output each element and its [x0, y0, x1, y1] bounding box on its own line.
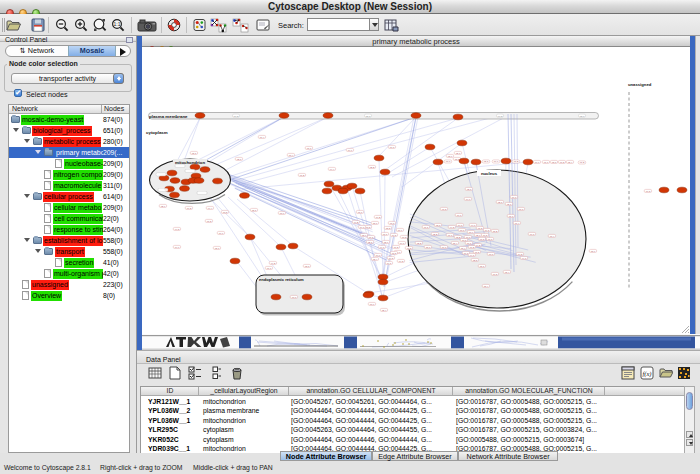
svg-text:x2-9: x2-9	[161, 205, 166, 208]
svg-text:x4-1: x4-1	[470, 254, 475, 257]
svg-text:x5-4: x5-4	[461, 247, 466, 250]
svg-text:x1-7: x1-7	[544, 161, 549, 164]
svg-text:x3-1: x3-1	[484, 160, 489, 163]
svg-text:x2-8: x2-8	[498, 201, 503, 204]
svg-text:x9-5: x9-5	[234, 115, 239, 118]
svg-text:x4-5: x4-5	[175, 228, 180, 231]
svg-text:x7-2: x7-2	[300, 174, 305, 177]
svg-text:x3-9: x3-9	[384, 241, 389, 244]
svg-text:x3-4: x3-4	[373, 258, 378, 261]
svg-text:x1-2: x1-2	[580, 161, 585, 164]
svg-text:x8-9: x8-9	[280, 212, 285, 215]
svg-text:x2-1: x2-1	[368, 241, 373, 244]
svg-text:x7-1: x7-1	[369, 236, 374, 239]
svg-text:x1-8: x1-8	[390, 222, 395, 225]
svg-text:x7-1: x7-1	[424, 226, 429, 229]
svg-text:x6-8: x6-8	[466, 236, 471, 239]
svg-text:x1-5: x1-5	[480, 238, 485, 241]
svg-text:x2-5: x2-5	[473, 259, 478, 262]
svg-text:x3-1: x3-1	[252, 209, 257, 212]
svg-text:x6-2: x6-2	[470, 246, 475, 249]
svg-text:x9-2: x9-2	[376, 216, 381, 219]
svg-text:x8-5: x8-5	[223, 211, 228, 214]
svg-text:x5-4: x5-4	[484, 285, 489, 288]
svg-text:x5-9: x5-9	[591, 250, 596, 253]
svg-text:x3-8: x3-8	[552, 161, 557, 164]
svg-text:x6-3: x6-3	[394, 246, 399, 249]
svg-text:x6-9: x6-9	[219, 232, 224, 235]
svg-text:x2-2: x2-2	[433, 233, 438, 236]
svg-text:nucleus: nucleus	[481, 171, 498, 176]
svg-text:x7-5: x7-5	[392, 252, 397, 255]
svg-text:x1-7: x1-7	[509, 215, 514, 218]
svg-text:x6-9: x6-9	[398, 229, 403, 232]
svg-text:x7-5: x7-5	[366, 226, 371, 229]
svg-text:x8-9: x8-9	[469, 231, 474, 234]
svg-text:x5-6: x5-6	[373, 222, 378, 225]
svg-text:x9-1: x9-1	[387, 262, 392, 265]
svg-text:endoplasmic reticulum: endoplasmic reticulum	[259, 277, 304, 282]
svg-text:x5-7: x5-7	[426, 246, 431, 249]
svg-text:x9-3: x9-3	[399, 260, 404, 263]
svg-text:x9-6: x9-6	[400, 242, 405, 245]
svg-text:x4-4: x4-4	[208, 207, 213, 210]
svg-text:x8-4: x8-4	[289, 154, 294, 157]
svg-text:x3-7: x3-7	[215, 247, 220, 250]
svg-text:x7-3: x7-3	[560, 161, 565, 164]
svg-text:x4-2: x4-2	[354, 221, 359, 224]
svg-text:x7-7: x7-7	[448, 234, 453, 237]
svg-text:x9-9: x9-9	[376, 254, 381, 257]
svg-text:mitochondrion: mitochondrion	[175, 160, 205, 165]
svg-text:x5-2: x5-2	[493, 230, 498, 233]
svg-text:x2-2: x2-2	[370, 166, 375, 169]
svg-text:x2-2: x2-2	[417, 242, 422, 245]
svg-text:x9-1: x9-1	[485, 229, 490, 232]
svg-text:x2-9: x2-9	[476, 234, 481, 237]
svg-text:x3-9: x3-9	[448, 155, 453, 158]
svg-text:x3-4: x3-4	[505, 271, 510, 274]
svg-text:x4-3: x4-3	[450, 226, 455, 229]
svg-text:x1-3: x1-3	[478, 227, 483, 230]
svg-text:x6-8: x6-8	[390, 146, 395, 149]
svg-text:x7-4: x7-4	[515, 222, 520, 225]
svg-text:x1-8: x1-8	[519, 208, 524, 211]
svg-text:x6-9: x6-9	[535, 161, 540, 164]
svg-text:x7-8: x7-8	[488, 238, 493, 241]
svg-text:x8-8: x8-8	[462, 239, 467, 242]
svg-text:x6-8: x6-8	[530, 233, 535, 236]
svg-text:x1-3: x1-3	[442, 208, 447, 211]
svg-text:x3-4: x3-4	[568, 161, 573, 164]
svg-text:x9-7: x9-7	[360, 226, 365, 229]
svg-text:unassigned: unassigned	[628, 82, 652, 87]
svg-text:x6-9: x6-9	[494, 160, 499, 163]
svg-text:x1-6: x1-6	[358, 211, 363, 214]
svg-text:x8-9: x8-9	[370, 303, 375, 306]
svg-text:x9-5: x9-5	[392, 234, 397, 237]
svg-text:x8-8: x8-8	[489, 253, 494, 256]
svg-text:x3-1: x3-1	[192, 152, 197, 155]
svg-text:x4-4: x4-4	[330, 168, 335, 171]
svg-text:x1-3: x1-3	[207, 220, 212, 223]
svg-text:x8-8: x8-8	[460, 229, 465, 232]
svg-text:x8-2: x8-2	[514, 160, 519, 163]
svg-text:x3-9: x3-9	[580, 115, 585, 118]
svg-text:x5-4: x5-4	[453, 242, 458, 245]
svg-text:x9-9: x9-9	[175, 246, 180, 249]
svg-text:f(x): f(x)	[642, 370, 651, 378]
svg-text:x3-8: x3-8	[305, 265, 310, 268]
svg-text:x7-7: x7-7	[267, 267, 272, 270]
svg-text:x6-7: x6-7	[512, 196, 517, 199]
svg-text:1:1: 1:1	[114, 21, 121, 27]
svg-text:x2-4: x2-4	[382, 309, 387, 312]
svg-text:x8-4: x8-4	[550, 235, 555, 238]
svg-text:x2-7: x2-7	[456, 152, 461, 155]
svg-text:x8-1: x8-1	[383, 233, 388, 236]
svg-text:x5-7: x5-7	[366, 115, 371, 118]
svg-text:x7-3: x7-3	[407, 247, 412, 250]
svg-text:x8-3: x8-3	[402, 236, 407, 239]
svg-text:x5-3: x5-3	[386, 227, 391, 230]
svg-text:x4-5: x4-5	[498, 115, 503, 118]
svg-text:x5-1: x5-1	[480, 265, 485, 268]
svg-text:x8-8: x8-8	[292, 296, 297, 299]
svg-text:x2-8: x2-8	[467, 188, 472, 191]
